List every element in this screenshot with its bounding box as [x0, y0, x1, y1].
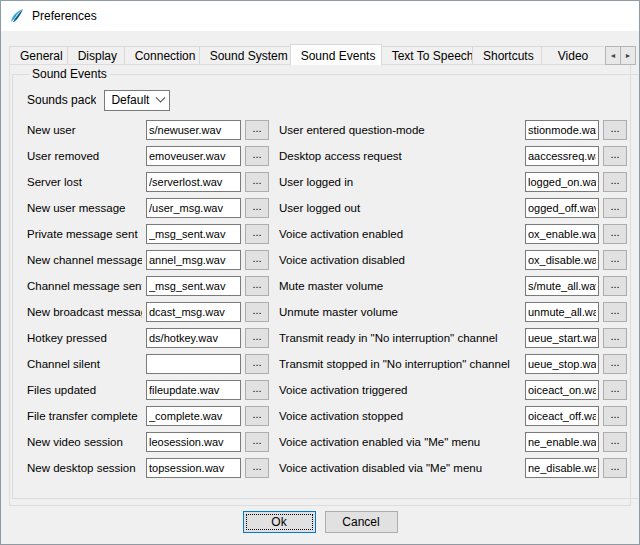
event-row: New user...User entered question-mode... [27, 117, 627, 143]
browse-button[interactable]: ... [603, 458, 627, 478]
event-sound-input[interactable] [146, 354, 241, 374]
tab-video[interactable]: Video [541, 46, 604, 65]
event-sound-input[interactable] [525, 146, 599, 166]
sound-events-groupbox: Sound Events Sounds pack Default New use… [12, 67, 640, 499]
browse-button[interactable]: ... [245, 354, 269, 374]
event-row: Hotkey pressed...Transmit ready in "No i… [27, 325, 627, 351]
event-label: Unmute master volume [273, 306, 521, 318]
browse-button[interactable]: ... [245, 302, 269, 322]
event-sound-input[interactable] [146, 406, 241, 426]
browse-button[interactable]: ... [603, 302, 627, 322]
chevron-down-icon [156, 92, 166, 102]
browse-button[interactable]: ... [245, 224, 269, 244]
event-label: User removed [27, 150, 142, 162]
event-sound-input[interactable] [146, 172, 241, 192]
event-label: Voice activation disabled via "Me" menu [273, 462, 521, 474]
tab-connection[interactable]: Connection [124, 46, 200, 65]
browse-button[interactable]: ... [603, 120, 627, 140]
sounds-pack-value: Default [111, 93, 149, 107]
browse-button[interactable]: ... [603, 432, 627, 452]
browse-button[interactable]: ... [603, 146, 627, 166]
event-sound-input[interactable] [525, 458, 599, 478]
event-sound-input[interactable] [146, 198, 241, 218]
browse-button[interactable]: ... [245, 328, 269, 348]
event-sound-input[interactable] [525, 250, 599, 270]
event-sound-input[interactable] [525, 224, 599, 244]
event-label: New channel message [27, 254, 142, 266]
browse-button[interactable]: ... [245, 120, 269, 140]
event-row: Private message sent...Voice activation … [27, 221, 627, 247]
titlebar: Preferences [1, 1, 639, 31]
browse-button[interactable]: ... [603, 406, 627, 426]
event-sound-input[interactable] [146, 146, 241, 166]
event-sound-input[interactable] [525, 354, 599, 374]
tab-shortcuts[interactable]: Shortcuts [472, 46, 542, 65]
event-label: Voice activation triggered [273, 384, 521, 396]
browse-button[interactable]: ... [245, 380, 269, 400]
tab-text-to-speech[interactable]: Text To Speech [381, 46, 473, 65]
event-label: Private message sent [27, 228, 142, 240]
event-sound-input[interactable] [146, 302, 241, 322]
browse-button[interactable]: ... [245, 146, 269, 166]
browse-button[interactable]: ... [603, 250, 627, 270]
event-label: Voice activation enabled via "Me" menu [273, 436, 521, 448]
event-label: Desktop access request [273, 150, 521, 162]
tab-sound-system[interactable]: Sound System [199, 46, 291, 65]
sounds-pack-select[interactable]: Default [104, 90, 170, 111]
tab-general[interactable]: General [9, 46, 68, 65]
event-label: Hotkey pressed [27, 332, 142, 344]
event-label: New user [27, 124, 142, 136]
event-row: Channel silent...Transmit stopped in "No… [27, 351, 627, 377]
browse-button[interactable]: ... [245, 172, 269, 192]
event-label: New broadcast message [27, 306, 142, 318]
event-row: New channel message...Voice activation d… [27, 247, 627, 273]
cancel-button[interactable]: Cancel [325, 511, 398, 533]
browse-button[interactable]: ... [245, 432, 269, 452]
browse-button[interactable]: ... [603, 224, 627, 244]
event-label: User entered question-mode [273, 124, 521, 136]
event-sound-input[interactable] [146, 458, 241, 478]
browse-button[interactable]: ... [603, 354, 627, 374]
event-sound-input[interactable] [525, 198, 599, 218]
browse-button[interactable]: ... [603, 328, 627, 348]
event-sound-input[interactable] [146, 432, 241, 452]
browse-button[interactable]: ... [603, 276, 627, 296]
event-label: Transmit ready in "No interruption" chan… [273, 332, 521, 344]
tab-sound-events[interactable]: Sound Events [290, 44, 382, 65]
browse-button[interactable]: ... [245, 276, 269, 296]
browse-button[interactable]: ... [603, 172, 627, 192]
event-sound-input[interactable] [525, 328, 599, 348]
tab-scroll-left-button[interactable]: ◄ [605, 46, 621, 65]
event-sound-input[interactable] [525, 432, 599, 452]
browse-button[interactable]: ... [245, 250, 269, 270]
event-sound-input[interactable] [525, 380, 599, 400]
event-label: New user message [27, 202, 142, 214]
tab-scroll-right-button[interactable]: ► [620, 46, 636, 65]
event-sound-input[interactable] [146, 380, 241, 400]
event-sound-input[interactable] [146, 328, 241, 348]
event-sound-input[interactable] [525, 120, 599, 140]
event-row: Server lost...User logged in... [27, 169, 627, 195]
event-row: File transfer complete...Voice activatio… [27, 403, 627, 429]
event-sound-input[interactable] [525, 406, 599, 426]
event-sound-input[interactable] [146, 276, 241, 296]
event-row: New desktop session...Voice activation d… [27, 455, 627, 481]
browse-button[interactable]: ... [603, 198, 627, 218]
browse-button[interactable]: ... [245, 458, 269, 478]
event-sound-input[interactable] [525, 276, 599, 296]
event-sound-input[interactable] [525, 172, 599, 192]
event-sound-input[interactable] [525, 302, 599, 322]
ok-button[interactable]: Ok [243, 511, 316, 533]
event-row: New video session...Voice activation ena… [27, 429, 627, 455]
browse-button[interactable]: ... [603, 380, 627, 400]
event-sound-input[interactable] [146, 224, 241, 244]
groupbox-title: Sound Events [29, 67, 110, 81]
browse-button[interactable]: ... [245, 198, 269, 218]
event-sound-input[interactable] [146, 250, 241, 270]
event-label: Transmit stopped in "No interruption" ch… [273, 358, 521, 370]
event-sound-input[interactable] [146, 120, 241, 140]
arrow-left-icon: ◄ [610, 52, 617, 59]
tab-display[interactable]: Display [67, 46, 125, 65]
browse-button[interactable]: ... [245, 406, 269, 426]
event-label: Files updated [27, 384, 142, 396]
